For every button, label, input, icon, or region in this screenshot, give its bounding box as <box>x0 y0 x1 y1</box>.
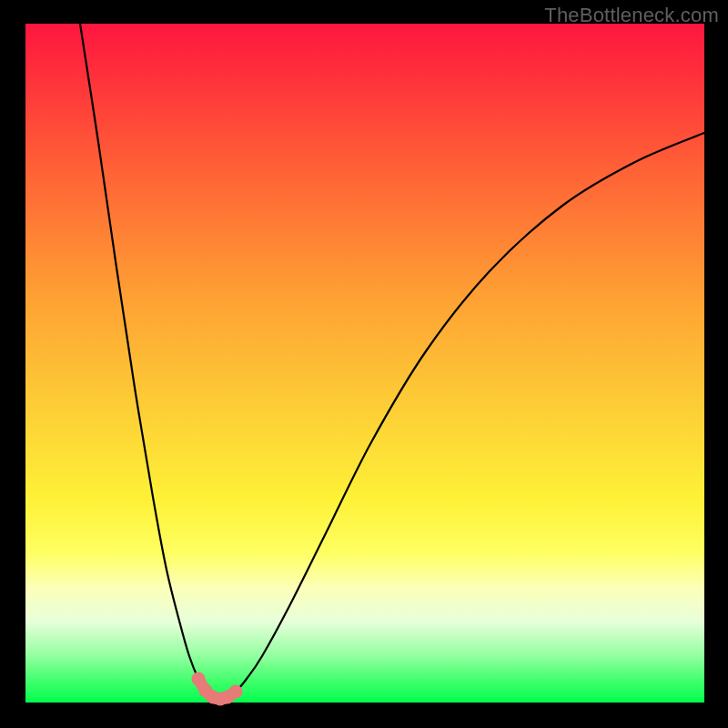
bottleneck-curve <box>80 24 704 699</box>
chart-plot-area <box>25 24 704 703</box>
chart-svg <box>25 24 704 703</box>
highlight-segment <box>198 679 236 699</box>
highlight-region <box>192 672 243 706</box>
